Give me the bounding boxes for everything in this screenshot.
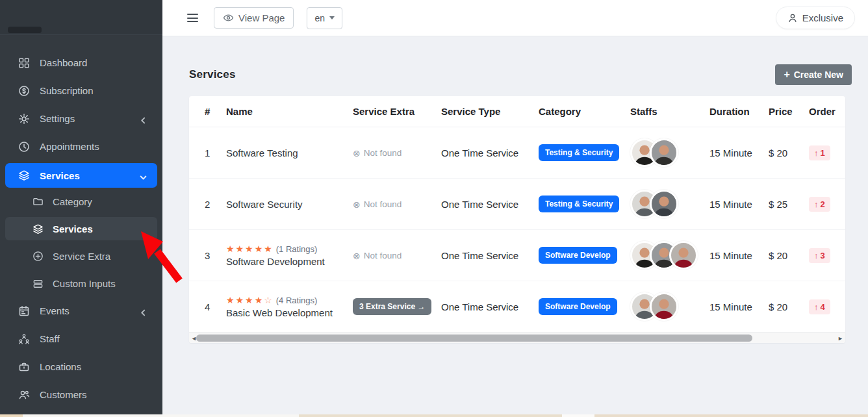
chevron-left-icon [140, 115, 147, 122]
service-type: One Time Service [441, 301, 539, 312]
sidebar-subitem-label: Services [53, 223, 93, 234]
sidebar-item-settings[interactable]: Settings [0, 105, 162, 133]
order-badge[interactable]: ↑3 [809, 248, 830, 263]
category-badge[interactable]: Software Develop [539, 247, 617, 264]
staff-avatars [630, 190, 709, 218]
sidebar-item-customers[interactable]: Customers [0, 381, 162, 409]
row-number: 3 [189, 250, 226, 261]
staff-avatar[interactable] [650, 292, 678, 321]
rating: ★★★★☆(4 Ratings) [226, 295, 353, 305]
scroll-right-arrow-icon[interactable]: ► [837, 334, 843, 343]
staff-avatar[interactable] [650, 190, 678, 218]
order-badge[interactable]: ↑4 [809, 299, 830, 314]
sidebar-subitem-service-extra[interactable]: Service Extra [0, 242, 162, 270]
sidebar-subitem-services[interactable]: Services [5, 217, 157, 240]
clock-icon [18, 141, 30, 153]
sidebar-item-label: Services [40, 170, 140, 181]
sidebar-item-label: Appointments [40, 141, 147, 152]
chevron-down-icon [140, 172, 147, 179]
star-icons-filled: ★★★★★ [226, 244, 274, 254]
sidebar-item-locations[interactable]: Locations [0, 353, 162, 381]
sidebar-item-label: Dashboard [40, 57, 147, 68]
circle-x-icon: ⊗ [353, 251, 361, 260]
sidebar-item-label: Staff [40, 333, 147, 344]
up-arrow-icon: ↑ [814, 199, 819, 209]
service-type: One Time Service [441, 250, 539, 261]
sidebar-subitem-label: Category [53, 196, 92, 207]
service-extra-not-found: ⊗Not found [353, 251, 402, 260]
horizontal-scrollbar[interactable]: ◄ ► [189, 333, 845, 343]
create-new-button[interactable]: + Create New [775, 64, 852, 85]
row-number: 4 [189, 301, 226, 312]
duration: 15 Minute [709, 147, 769, 158]
sidebar-item-label: Subscription [40, 85, 147, 96]
service-name-cell: ★★★★★(1 Ratings) Software Development [226, 244, 353, 267]
service-name: Software Security [226, 199, 353, 210]
up-arrow-icon: ↑ [814, 251, 819, 260]
services-table-card: # Name Service Extra Service Type Catego… [189, 96, 845, 343]
hamburger-menu-icon[interactable] [187, 14, 198, 22]
col-header-staffs: Staffs [630, 106, 709, 117]
service-extra-not-found: ⊗Not found [353, 199, 402, 209]
col-header-duration: Duration [709, 106, 769, 117]
sidebar-item-label: Locations [40, 361, 147, 372]
sidebar-item-events[interactable]: Events [0, 297, 162, 325]
topbar: View Page en Exclusive [162, 0, 868, 36]
col-header-price: Price [769, 106, 809, 117]
price: $ 20 [769, 301, 809, 312]
price: $ 25 [769, 199, 809, 210]
calendar-icon [18, 305, 30, 317]
gear-icon [18, 113, 30, 125]
staff-avatar[interactable] [669, 241, 698, 270]
staff-avatars [630, 292, 709, 321]
desktop-edge-sliver [0, 414, 868, 417]
scrollbar-thumb[interactable] [196, 335, 752, 342]
price: $ 20 [769, 147, 809, 158]
category-badge[interactable]: Software Develop [539, 298, 617, 315]
page-title: Services [189, 68, 236, 81]
dashboard-grid-icon [18, 57, 30, 69]
table-row: 4 ★★★★☆(4 Ratings) Basic Web Development… [189, 281, 845, 333]
sidebar-item-subscription[interactable]: Settings Subscription [0, 77, 162, 105]
table-header-row: # Name Service Extra Service Type Catego… [189, 96, 845, 127]
sidebar-item-services[interactable]: Services [5, 163, 157, 188]
account-button[interactable]: Exclusive [776, 6, 855, 29]
sidebar-subitem-custom-inputs[interactable]: Custom Inputs [0, 270, 162, 297]
service-type: One Time Service [441, 147, 539, 158]
customers-people-icon [18, 389, 30, 401]
sidebar-subitem-label: Custom Inputs [53, 278, 116, 289]
app-logo [8, 27, 42, 33]
sidebar-subitem-category[interactable]: Category [0, 188, 162, 215]
account-label: Exclusive [802, 12, 843, 23]
order-badge[interactable]: ↑2 [809, 197, 830, 212]
service-name: Software Development [226, 256, 353, 267]
sidebar-subitem-label: Service Extra [53, 251, 110, 262]
category-badge[interactable]: Testing & Security [539, 196, 619, 212]
language-dropdown[interactable]: en [307, 7, 342, 29]
extra-service-badge[interactable]: 3 Extra Service → [353, 298, 431, 315]
star-icons-filled: ★★★★ [226, 295, 264, 305]
briefcase-icon [18, 361, 30, 373]
col-header-category: Category [539, 106, 630, 117]
staff-hierarchy-icon [18, 333, 30, 345]
rating-count: (1 Ratings) [276, 244, 318, 254]
sidebar: Dashboard Settings Subscription Settings [0, 0, 162, 417]
order-badge[interactable]: ↑1 [809, 145, 830, 160]
sidebar-item-label: Customers [40, 389, 147, 400]
staff-avatar[interactable] [650, 138, 678, 167]
sidebar-item-label: Settings [40, 113, 140, 124]
service-name: Basic Web Development [226, 307, 353, 318]
sidebar-item-label: Events [40, 305, 140, 316]
rating-count: (4 Ratings) [276, 296, 318, 305]
layers-icon [18, 170, 30, 181]
caret-down-icon [329, 16, 335, 19]
category-badge[interactable]: Testing & Security [539, 144, 619, 161]
sidebar-item-dashboard[interactable]: Dashboard [0, 49, 162, 77]
sidebar-item-staff[interactable]: Staff [0, 325, 162, 353]
up-arrow-icon: ↑ [814, 148, 819, 158]
main-content: Services + Create New # Name Service Ext… [162, 36, 868, 417]
row-number: 2 [189, 199, 226, 210]
sidebar-item-appointments[interactable]: Appointments [0, 133, 162, 160]
view-page-button[interactable]: View Page [214, 7, 294, 29]
person-icon [787, 13, 798, 23]
